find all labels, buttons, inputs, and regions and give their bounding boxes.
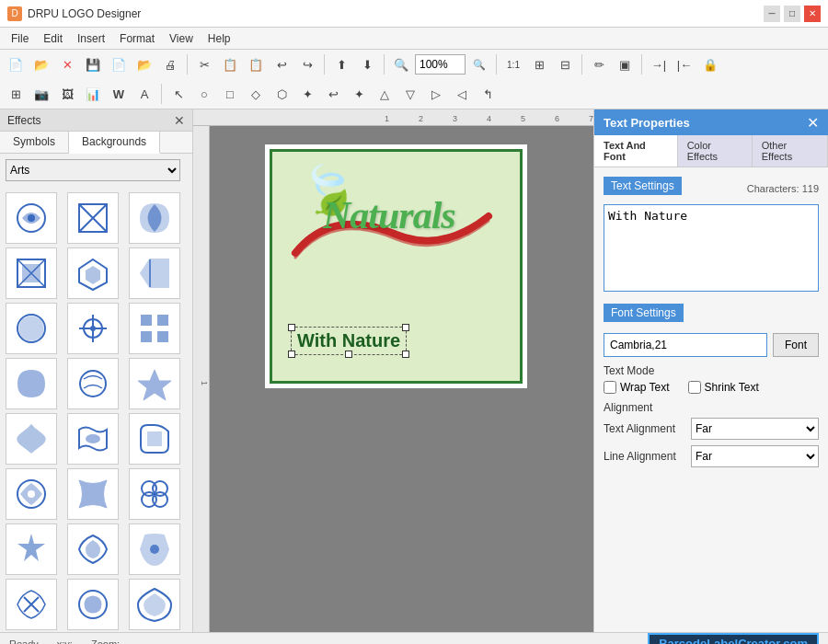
edit-prop-btn[interactable]: ✏ bbox=[587, 52, 611, 76]
shrink-text-checkbox[interactable] bbox=[688, 381, 701, 394]
handle-bm[interactable] bbox=[345, 351, 352, 358]
align-left-btn[interactable]: |← bbox=[673, 52, 696, 76]
symbol-13[interactable] bbox=[6, 413, 57, 465]
rect-btn[interactable]: □ bbox=[218, 82, 242, 106]
symbol-4[interactable] bbox=[6, 247, 57, 299]
sub-text-container[interactable]: With Nature bbox=[291, 327, 506, 355]
symbol-18[interactable] bbox=[129, 468, 180, 520]
undo-btn[interactable]: ↩ bbox=[270, 52, 293, 76]
symbol-6[interactable] bbox=[129, 247, 180, 299]
symbol-14[interactable] bbox=[67, 413, 119, 465]
rp-close-btn[interactable]: ✕ bbox=[807, 114, 819, 132]
symbol-19[interactable] bbox=[6, 523, 57, 575]
symbol-3[interactable] bbox=[129, 192, 180, 244]
font-input[interactable] bbox=[604, 333, 767, 357]
triangle-btn[interactable]: △ bbox=[373, 82, 397, 106]
ratio-btn[interactable]: 1:1 bbox=[501, 52, 525, 76]
symbol-16[interactable] bbox=[6, 468, 57, 520]
new-btn[interactable]: 📄 bbox=[4, 52, 28, 76]
copy-btn[interactable]: 📋 bbox=[218, 52, 242, 76]
save-as-btn[interactable]: 📄 bbox=[107, 52, 131, 76]
close-btn[interactable]: ✕ bbox=[55, 52, 79, 76]
maximize-button[interactable]: □ bbox=[784, 6, 800, 22]
text-alignment-select[interactable]: Near Center Far bbox=[691, 418, 819, 440]
effects-close-btn[interactable]: ✕ bbox=[174, 113, 185, 128]
word-btn[interactable]: W bbox=[107, 82, 131, 106]
symbol-10[interactable] bbox=[6, 358, 57, 409]
font-button[interactable]: Font bbox=[773, 333, 819, 357]
open-btn[interactable]: 📂 bbox=[29, 52, 53, 76]
symbol-21[interactable] bbox=[129, 523, 180, 575]
line-alignment-select[interactable]: Near Center Far bbox=[691, 445, 819, 467]
star-btn[interactable]: ✦ bbox=[295, 82, 319, 106]
tab-symbols[interactable]: Symbols bbox=[0, 132, 69, 153]
symbol-2[interactable] bbox=[67, 192, 119, 244]
save-btn[interactable]: 💾 bbox=[81, 52, 105, 76]
diamond-btn[interactable]: ◇ bbox=[244, 82, 268, 106]
wrap-text-checkbox[interactable] bbox=[604, 381, 616, 394]
star2-btn[interactable]: ✦ bbox=[347, 82, 371, 106]
select-btn[interactable]: ⊞ bbox=[4, 82, 28, 106]
image-btn[interactable]: 🖼 bbox=[55, 82, 79, 106]
category-dropdown[interactable]: Arts Nature Abstract Business Animals bbox=[6, 159, 180, 181]
symbol-9[interactable] bbox=[129, 303, 180, 354]
menu-help[interactable]: Help bbox=[201, 30, 238, 47]
art-btn[interactable]: A bbox=[132, 82, 156, 106]
minimize-button[interactable]: ─ bbox=[764, 6, 780, 22]
snap-btn[interactable]: ⊟ bbox=[553, 52, 577, 76]
open2-btn[interactable]: 📂 bbox=[132, 52, 156, 76]
symbol-23[interactable] bbox=[67, 579, 119, 630]
symbol-24[interactable] bbox=[129, 579, 180, 630]
curve2-btn[interactable]: ↰ bbox=[476, 82, 500, 106]
symbol-15[interactable] bbox=[129, 413, 180, 465]
symbol-1[interactable] bbox=[6, 192, 57, 244]
zoom-input[interactable] bbox=[415, 54, 466, 75]
symbol-7[interactable] bbox=[6, 303, 57, 354]
arrow-btn[interactable]: ↖ bbox=[167, 82, 190, 106]
tri-down-btn[interactable]: ▽ bbox=[398, 82, 422, 106]
photo-btn[interactable]: 📷 bbox=[29, 82, 53, 106]
handle-bl[interactable] bbox=[288, 351, 295, 358]
symbol-20[interactable] bbox=[67, 523, 119, 575]
symbol-8[interactable] bbox=[67, 303, 119, 354]
cut-btn[interactable]: ✂ bbox=[192, 52, 216, 76]
align-right-btn[interactable]: →| bbox=[647, 52, 671, 76]
tab-other-effects[interactable]: Other Effects bbox=[753, 135, 828, 167]
tri-left-btn[interactable]: ◁ bbox=[450, 82, 474, 106]
handle-tl[interactable] bbox=[288, 324, 295, 331]
design-canvas[interactable]: 🍃 Naturals With Nature bbox=[270, 149, 523, 384]
symbol-22[interactable] bbox=[6, 579, 57, 630]
paste-btn[interactable]: 📋 bbox=[244, 52, 268, 76]
ellipse-btn[interactable]: ○ bbox=[192, 82, 216, 106]
design-surface[interactable]: 🍃 Naturals With Nature bbox=[210, 126, 593, 632]
redo-btn[interactable]: ↪ bbox=[295, 52, 319, 76]
menu-format[interactable]: Format bbox=[112, 30, 162, 47]
handle-tr[interactable] bbox=[402, 324, 409, 331]
tab-backgrounds[interactable]: Backgrounds bbox=[69, 132, 160, 154]
curve-btn[interactable]: ↩ bbox=[321, 82, 345, 106]
export-btn[interactable]: ⬇ bbox=[355, 52, 379, 76]
menu-file[interactable]: File bbox=[4, 30, 36, 47]
tri-right-btn[interactable]: ▷ bbox=[424, 82, 448, 106]
tab-color-effects[interactable]: Color Effects bbox=[678, 135, 753, 167]
import-btn[interactable]: ⬆ bbox=[329, 52, 353, 76]
symbol-11[interactable] bbox=[67, 358, 119, 409]
zoom-in-btn[interactable]: 🔍 bbox=[389, 52, 413, 76]
symbol-17[interactable] bbox=[67, 468, 119, 520]
table-btn[interactable]: 📊 bbox=[81, 82, 105, 106]
menu-insert[interactable]: Insert bbox=[70, 30, 112, 47]
close-button[interactable]: ✕ bbox=[804, 6, 821, 22]
menu-view[interactable]: View bbox=[162, 30, 201, 47]
text-content-input[interactable]: With Nature bbox=[604, 204, 819, 292]
menu-edit[interactable]: Edit bbox=[36, 30, 70, 47]
symbol-5[interactable] bbox=[67, 247, 119, 299]
lock-btn[interactable]: 🔒 bbox=[698, 52, 722, 76]
hex-btn[interactable]: ⬡ bbox=[270, 82, 293, 106]
handle-br[interactable] bbox=[402, 351, 409, 358]
symbol-12[interactable] bbox=[129, 358, 180, 409]
zoom-out-btn[interactable]: 🔍 bbox=[467, 52, 491, 76]
grid-btn[interactable]: ⊞ bbox=[527, 52, 551, 76]
print-btn[interactable]: 🖨 bbox=[158, 52, 182, 76]
barcode-btn[interactable]: ▣ bbox=[613, 52, 637, 76]
tab-text-font[interactable]: Text And Font bbox=[594, 135, 678, 167]
